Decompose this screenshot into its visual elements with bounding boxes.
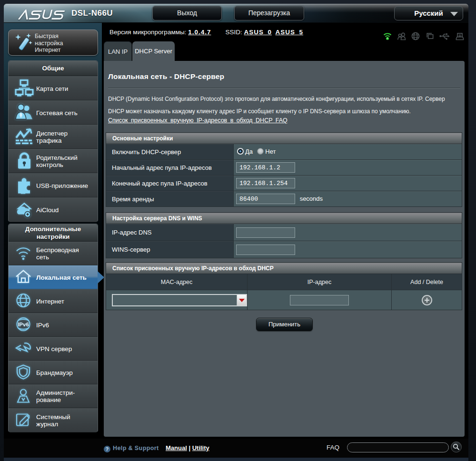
svg-text:IPv6: IPv6	[18, 322, 29, 327]
